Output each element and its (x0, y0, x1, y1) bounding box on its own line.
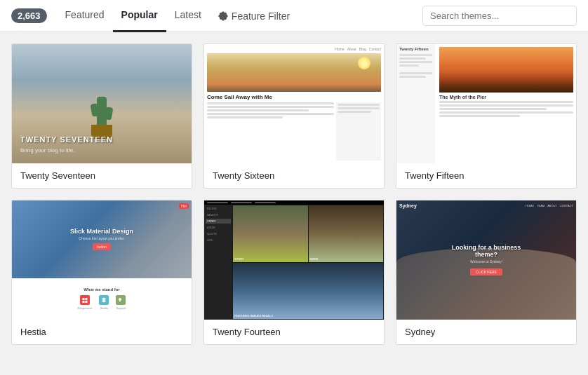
theme-card-twenty-seventeen[interactable]: TWENTY SEVENTEEN Bring your blog to life… (11, 43, 192, 189)
fifteen-main: The Myth of the Pier (436, 44, 576, 163)
hestia-bottom: What we stand for Responsive (12, 278, 192, 320)
search-input[interactable] (422, 6, 577, 26)
hestia-tagline: What we stand for (83, 287, 120, 292)
hestia-hero-text: Slick Material Design (70, 228, 133, 235)
hestia-badge: Hot (179, 203, 189, 209)
tab-latest[interactable]: Latest (166, 0, 210, 32)
cactus-shape (97, 97, 107, 125)
theme-card-twenty-fifteen[interactable]: Twenty Fifteen The Myth of the Pier (396, 43, 577, 189)
sixteen-sidebar (336, 102, 381, 161)
responsive-icon (80, 295, 90, 305)
theme-name-seventeen: Twenty Seventeen (12, 163, 192, 188)
sixteen-main (207, 102, 334, 161)
theme-name-sydney: Sydney (396, 320, 576, 344)
fourteen-post-2: NEWS (309, 205, 384, 262)
fifteen-photo (439, 47, 573, 93)
sixteen-nav: Home About Blog Contact (207, 47, 381, 51)
sydney-main-title: Looking for a business theme? (441, 244, 531, 258)
fourteen-post-1: STORY (233, 205, 308, 262)
feature-filter-button[interactable]: Feature Filter (210, 0, 298, 32)
hestia-icons: Responsive Studio Support (78, 295, 126, 310)
sydney-sub: Welcome to Sydney! (441, 259, 531, 264)
theme-card-twenty-fourteen[interactable]: BLOGS IMAGES VIDEO ASIDE QUOTE LINK STOR… (203, 200, 385, 345)
theme-thumbnail-hestia: Slick Material Design Choose the layout … (12, 200, 192, 320)
grid-icon (82, 297, 88, 303)
tab-popular[interactable]: Popular (113, 0, 166, 32)
seventeen-title-overlay: TWENTY SEVENTEEN (20, 135, 113, 144)
sixteen-hero (207, 53, 381, 92)
theme-name-fifteen: Twenty Fifteen (396, 163, 576, 188)
theme-name-hestia: Hestia (12, 320, 192, 344)
heart-icon (118, 297, 123, 303)
tab-featured[interactable]: Featured (57, 0, 113, 32)
theme-thumbnail-fourteen: BLOGS IMAGES VIDEO ASIDE QUOTE LINK STOR… (204, 200, 384, 320)
theme-thumbnail-seventeen: TWENTY SEVENTEEN Bring your blog to life… (12, 44, 192, 163)
plant-decoration (91, 97, 112, 139)
theme-name-fourteen: Twenty Fourteen (204, 320, 384, 344)
fifteen-bg: Twenty Fifteen The Myth of the Pier (396, 44, 576, 163)
theme-grid: TWENTY SEVENTEEN Bring your blog to life… (0, 32, 588, 356)
sixteen-content (207, 102, 381, 161)
layers-icon (101, 297, 107, 303)
sydney-nav-links: HOME TEAM ABOUT CONTACT (526, 204, 573, 207)
sydney-nav: Sydney HOME TEAM ABOUT CONTACT (399, 203, 573, 208)
support-icon (116, 295, 126, 305)
fifteen-post-title: The Myth of the Pier (439, 95, 573, 100)
fifteen-sidebar: Twenty Fifteen (396, 44, 435, 163)
hestia-hero-btn: button (93, 243, 111, 250)
fourteen-post-featured: FEATURED IMAGES REALLY (233, 263, 383, 320)
hestia-label-studio: Studio (100, 306, 108, 310)
feature-filter-label: Feature Filter (232, 11, 290, 22)
theme-thumbnail-sydney: Sydney HOME TEAM ABOUT CONTACT Looking f… (396, 200, 576, 320)
fourteen-main: STORY NEWS FEATURED IMAGES REALLY (232, 205, 384, 320)
sun-shape (358, 57, 370, 69)
theme-count: 2,663 (11, 8, 47, 23)
hestia-icon-support: Support (116, 295, 126, 310)
top-bar: 2,663 Featured Popular Latest Feature Fi… (0, 0, 588, 32)
gear-icon (218, 11, 228, 21)
hestia-bg: Slick Material Design Choose the layout … (12, 200, 192, 320)
search-box (422, 6, 577, 26)
sixteen-main-title: Come Sail Away with Me (207, 94, 381, 100)
fourteen-content: BLOGS IMAGES VIDEO ASIDE QUOTE LINK STOR… (204, 205, 384, 320)
hestia-icon-studio: Studio (99, 295, 109, 310)
fourteen-sidebar: BLOGS IMAGES VIDEO ASIDE QUOTE LINK (204, 205, 232, 320)
hestia-label-support: Support (116, 306, 126, 310)
sydney-overlay-text: Looking for a business theme? Welcome to… (441, 244, 531, 276)
sydney-logo: Sydney (399, 203, 417, 208)
studio-icon (99, 295, 109, 305)
theme-card-sydney[interactable]: Sydney HOME TEAM ABOUT CONTACT Looking f… (396, 200, 577, 345)
theme-card-twenty-sixteen[interactable]: Home About Blog Contact Come Sail Away w… (203, 43, 385, 189)
fourteen-bg: BLOGS IMAGES VIDEO ASIDE QUOTE LINK STOR… (204, 200, 384, 320)
theme-card-hestia[interactable]: Slick Material Design Choose the layout … (11, 200, 192, 345)
theme-thumbnail-fifteen: Twenty Fifteen The Myth of the Pier (396, 44, 576, 163)
hestia-hero-sub: Choose the layout you prefer. (79, 236, 124, 240)
sixteen-bg: Home About Blog Contact Come Sail Away w… (204, 44, 384, 163)
seventeen-bg: TWENTY SEVENTEEN Bring your blog to life… (12, 44, 192, 163)
nav-tabs: Featured Popular Latest Feature Filter (57, 0, 422, 32)
hestia-icon-responsive: Responsive (78, 295, 93, 310)
theme-thumbnail-sixteen: Home About Blog Contact Come Sail Away w… (204, 44, 384, 163)
hestia-label-responsive: Responsive (78, 306, 93, 310)
sydney-cta-btn: CLICK HERE (470, 268, 502, 275)
sydney-bg: Sydney HOME TEAM ABOUT CONTACT Looking f… (396, 200, 576, 320)
hestia-hero: Slick Material Design Choose the layout … (12, 200, 192, 278)
fifteen-sub (439, 101, 573, 117)
seventeen-sub-overlay: Bring your blog to life. (20, 147, 74, 154)
theme-name-sixteen: Twenty Sixteen (204, 163, 384, 188)
fourteen-featured-label: FEATURED IMAGES REALLY (234, 314, 273, 318)
